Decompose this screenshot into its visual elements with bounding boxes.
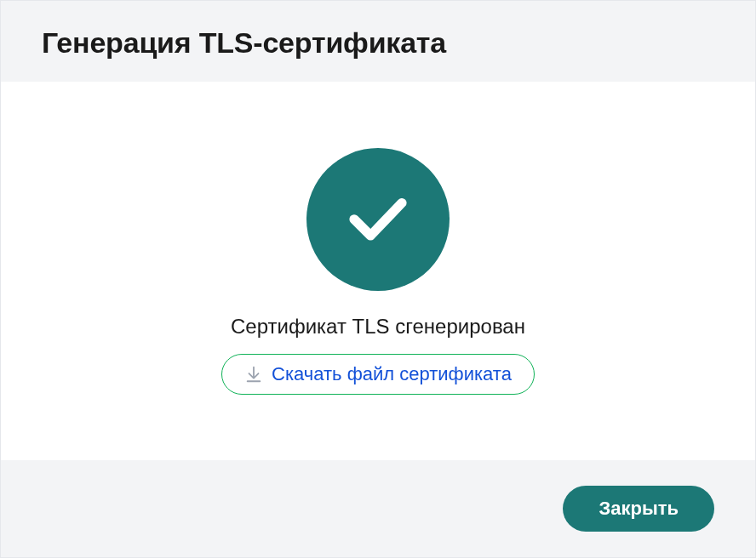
tls-certificate-dialog: Генерация TLS-сертификата Сертификат TLS… [0,0,756,558]
status-message: Сертификат TLS сгенерирован [231,315,525,339]
download-certificate-button[interactable]: Скачать файл сертификата [221,354,535,395]
success-indicator [306,148,450,291]
dialog-footer: Закрыть [1,460,755,557]
close-button[interactable]: Закрыть [563,486,714,532]
download-icon [244,365,263,384]
checkmark-icon [342,182,414,257]
close-button-label: Закрыть [598,498,679,519]
dialog-title: Генерация TLS-сертификата [42,26,714,60]
dialog-content: Сертификат TLS сгенерирован Скачать файл… [1,82,755,460]
dialog-header: Генерация TLS-сертификата [1,1,755,82]
download-button-label: Скачать файл сертификата [272,363,512,385]
